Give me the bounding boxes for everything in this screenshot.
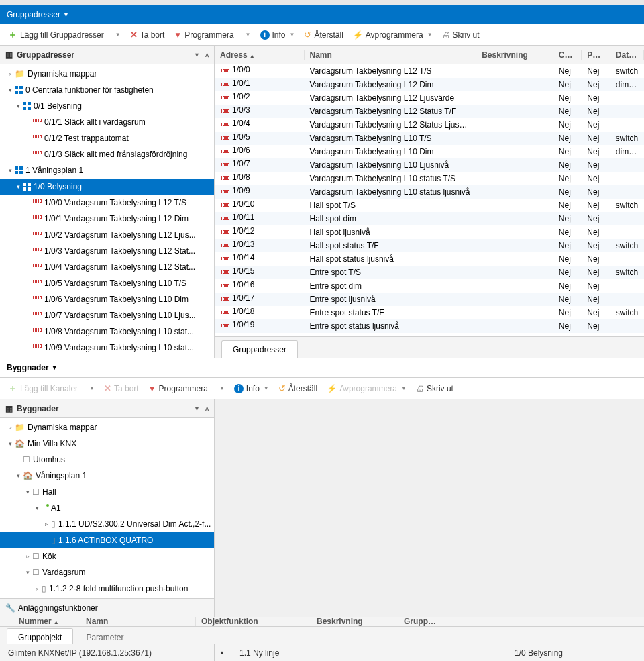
list-row[interactable]: 1/0/10Hall spot T/SNejNejswitch [215, 199, 644, 212]
tree-row[interactable]: ▹▯1.1.2 2-8 fold multifunction push-butt… [0, 580, 214, 597]
chevron-down-icon[interactable]: ▼ [427, 32, 433, 38]
col-central[interactable]: Centra [553, 50, 582, 60]
panel-titlebar-buildings[interactable]: Byggnader ▼ [0, 358, 644, 378]
tree-row[interactable]: 1/0/6 Vardagsrum Takbelysning L10 Dim [0, 291, 214, 307]
tree-row[interactable]: ▾0 Centrala funktioner för fastigheten [0, 82, 214, 98]
print-button[interactable]: 🖨Skriv ut [412, 382, 458, 395]
col-groupaddress[interactable]: Gruppadres [398, 617, 445, 626]
col-objectfunction[interactable]: Objektfunktion [196, 617, 311, 626]
tree-row[interactable]: ▯1.1.6 ACTinBOX QUATRO [0, 532, 214, 548]
expand-icon[interactable]: ▾ [13, 183, 23, 190]
tree-header-groupaddresses[interactable]: ▦ Gruppadresser ▼ ʌ [0, 46, 214, 64]
col-passer[interactable]: Passer [582, 50, 610, 60]
tree-row[interactable]: ▹📁Dynamiska mappar [0, 419, 214, 436]
chevron-down-icon[interactable]: ▼ [264, 385, 269, 391]
unprogram-button[interactable]: ⚡Avprogrammera▼ [323, 382, 411, 395]
chevron-down-icon[interactable]: ▼ [194, 52, 200, 58]
col-name[interactable]: Namn [80, 617, 196, 626]
tree-header-buildings[interactable]: ▦ Byggnader ▼ ʌ [0, 399, 214, 418]
chevron-down-icon[interactable]: ▼ [89, 385, 95, 391]
list-row[interactable]: 1/0/1Vardagsrum Takbelysning L12 DimNejN… [215, 78, 644, 91]
tab-parameter[interactable]: Parameter [74, 628, 135, 644]
col-name[interactable]: Namn [305, 50, 477, 60]
unprogram-button[interactable]: ⚡Avprogrammera▼ [349, 28, 437, 42]
list-row[interactable]: 1/0/11Hall spot dimNejNej [215, 212, 644, 225]
col-description[interactable]: Beskrivning [311, 617, 398, 626]
list-row[interactable]: 1/0/8Vardagsrum Takbelysning L10 status … [215, 172, 644, 185]
expand-icon[interactable]: ▹ [5, 70, 15, 77]
list-row[interactable]: 1/0/13Hall spot status T/FNejNejswitch [215, 239, 644, 252]
expand-icon[interactable]: ▹ [5, 424, 15, 431]
tree-row[interactable]: 1/0/9 Vardagsrum Takbelysning L10 stat..… [0, 340, 214, 356]
list-row[interactable]: 1/0/0Vardagsrum Takbelysning L12 T/SNejN… [215, 64, 644, 78]
col-description[interactable]: Beskrivning [476, 50, 553, 60]
tree-row[interactable]: ▹📁Dynamiska mappar [0, 66, 214, 82]
tree-row[interactable]: ▾0/1 Belysning [0, 98, 214, 114]
expand-icon[interactable]: ▾ [5, 440, 15, 447]
config-functions-row[interactable]: 🔧 Anläggningsfunktioner [0, 598, 214, 617]
expand-icon[interactable]: ▾ [32, 505, 42, 511]
tree-row[interactable]: 0/1/1 Släck allt i vardagsrum [0, 114, 214, 130]
groupaddress-list[interactable]: 1/0/0Vardagsrum Takbelysning L12 T/SNejN… [215, 64, 644, 336]
col-datatype[interactable]: Dataty [610, 50, 644, 60]
expand-icon[interactable]: ▾ [23, 489, 32, 495]
col-number[interactable]: Nummer▲ [0, 617, 80, 626]
tree-row[interactable]: 1/0/5 Vardagsrum Takbelysning L10 T/S [0, 275, 214, 291]
chevron-down-icon[interactable]: ▼ [115, 32, 121, 38]
status-up-button[interactable]: ▲ [215, 644, 231, 661]
reset-button[interactable]: ↺Återställ [300, 28, 347, 42]
delete-button[interactable]: ✕Ta bort [100, 381, 143, 395]
print-button[interactable]: 🖨Skriv ut [438, 28, 484, 42]
list-row[interactable]: 1/0/9Vardagsrum Takbelysning L10 status … [215, 185, 644, 199]
tree-row[interactable]: ▹▯1.1.1 UD/S2.300.2 Universal Dim Act.,2… [0, 516, 214, 532]
tree-row[interactable]: 1/0/0 Vardagsrum Takbelysning L12 T/S [0, 195, 214, 211]
delete-button[interactable]: ✕Ta bort [126, 28, 169, 42]
add-button[interactable]: ＋Lägg till Gruppadresser▼ [4, 27, 125, 43]
list-row[interactable]: 1/0/5Vardagsrum Takbelysning L10 T/SNejN… [215, 132, 644, 145]
list-row[interactable]: 1/0/17Entre spot ljusnivåNejNej [215, 293, 644, 306]
expand-icon[interactable]: ▹ [23, 553, 32, 560]
chevron-down-icon[interactable]: ▼ [290, 32, 295, 38]
caret-up-icon[interactable]: ʌ [205, 405, 209, 412]
expand-icon[interactable]: ▹ [42, 521, 51, 527]
list-row[interactable]: 1/0/14Hall spot status ljusnivåNejNej [215, 252, 644, 266]
expand-icon[interactable]: ▾ [23, 569, 32, 576]
list-row[interactable]: 1/0/6Vardagsrum Takbelysning L10 DimNejN… [215, 145, 644, 158]
reset-button[interactable]: ↺Återställ [274, 381, 321, 395]
tree-row[interactable]: ▾🏠Våningsplan 1 [0, 468, 214, 484]
tree-row[interactable]: 0/1/3 Släck allt med frånslagsfördröjnin… [0, 146, 214, 162]
program-button[interactable]: ▼Programmera▼ [144, 380, 229, 397]
list-row[interactable]: 1/0/15Entre spot T/SNejNejswitch [215, 266, 644, 279]
tree-row[interactable]: 1/0/2 Vardagsrum Takbelysning L12 Ljus..… [0, 227, 214, 243]
chevron-down-icon[interactable]: ▼ [219, 385, 225, 391]
expand-icon[interactable]: ▾ [13, 103, 23, 109]
tree-row[interactable]: 0/1/2 Test trappautomat [0, 130, 214, 146]
info-button[interactable]: iInfo▼ [256, 28, 299, 42]
list-row[interactable]: 1/0/12Hall spot ljusnivåNejNej [215, 225, 644, 239]
info-button[interactable]: iInfo▼ [230, 382, 273, 395]
chevron-down-icon[interactable]: ▼ [194, 405, 200, 412]
list-row[interactable]: 1/0/4Vardagsrum Takbelysning L12 Status … [215, 118, 644, 132]
tree-row[interactable]: ▾A1 [0, 500, 214, 516]
list-row[interactable]: 1/0/18Entre spot status T/FNejNejswitch [215, 306, 644, 319]
tab-gruppadresser[interactable]: Gruppadresser [221, 340, 298, 358]
list-row[interactable]: 1/0/3Vardagsrum Takbelysning L12 Status … [215, 105, 644, 118]
list-row[interactable]: 1/0/7Vardagsrum Takbelysning L10 Ljusniv… [215, 158, 644, 172]
caret-up-icon[interactable]: ʌ [205, 52, 209, 58]
expand-icon[interactable]: ▾ [5, 87, 15, 93]
tab-gruppobjekt[interactable]: Gruppobjekt [7, 628, 73, 644]
tree-row[interactable]: ▾🏠Min Villa KNX [0, 436, 214, 452]
expand-icon[interactable]: ▾ [13, 472, 23, 479]
expand-icon[interactable]: ▾ [5, 167, 15, 174]
add-channels-button[interactable]: ＋Lägg till Kanaler▼ [4, 380, 99, 397]
tree-row[interactable]: 1/0/4 Vardagsrum Takbelysning L12 Stat..… [0, 259, 214, 275]
expand-icon[interactable]: ▹ [32, 585, 42, 592]
tree-row[interactable]: ▾1 Våningsplan 1 [0, 162, 214, 179]
tree-row[interactable]: ☐Utomhus [0, 452, 214, 468]
chevron-down-icon[interactable]: ▼ [246, 32, 251, 38]
list-row[interactable]: 1/0/19Entre spot status ljusnivåNejNej [215, 319, 644, 333]
tree-row[interactable]: 1/0/3 Vardagsrum Takbelysning L12 Stat..… [0, 243, 214, 259]
list-row[interactable]: 1/0/16Entre spot dimNejNej [215, 279, 644, 293]
col-address[interactable]: Adress▲ [215, 50, 305, 60]
chevron-down-icon[interactable]: ▼ [401, 385, 407, 391]
